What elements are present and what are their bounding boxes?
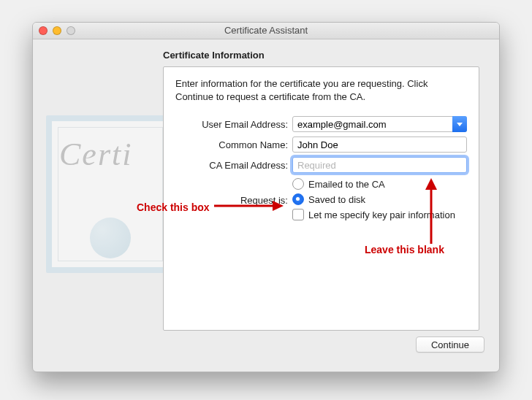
minimize-icon[interactable] [53,26,61,35]
page-title: Certificate Information [163,50,484,61]
continue-button[interactable]: Continue [416,336,484,353]
certificate-seal-icon [90,218,131,258]
row-common-name: Common Name: [175,136,467,153]
request-is-label: Request is: [175,195,292,206]
option-specify-label: Let me specify key pair information [308,209,455,220]
titlebar: Certificate Assistant [33,23,499,39]
window-title: Certificate Assistant [224,25,308,36]
option-emailed-to-ca[interactable]: Emailed to the CA [292,177,467,191]
checkbox-icon[interactable] [292,209,304,220]
info-panel: Enter information for the certificate yo… [163,66,479,331]
user-email-combobox[interactable] [292,116,467,132]
button-row: Continue [163,336,484,353]
certificate-assistant-window: Certificate Assistant Certi Certificate … [32,22,500,372]
traffic-lights [39,26,75,35]
main-panel: Certificate Information Enter informatio… [163,47,484,353]
common-name-input[interactable] [292,136,467,153]
intro-text: Enter information for the certificate yo… [175,77,467,103]
option-emailed-label: Emailed to the CA [308,179,385,190]
close-icon[interactable] [39,26,48,35]
radio-icon[interactable] [292,193,304,205]
request-is-options: Emailed to the CA Saved to disk Let me s… [292,177,467,223]
ca-email-label: CA Email Address: [175,160,292,171]
ca-email-input[interactable] [292,157,467,173]
chevron-down-icon[interactable] [452,116,467,132]
certificate-script-text: Certi [59,136,132,173]
option-saved-to-disk[interactable]: Saved to disk [292,193,467,206]
radio-icon[interactable] [292,178,304,190]
option-specify-key-pair[interactable]: Let me specify key pair information [292,208,467,221]
option-saved-label: Saved to disk [308,194,365,205]
content-area: Certi Certificate Information Enter info… [33,39,499,372]
user-email-input[interactable] [292,116,467,132]
certificate-illustration: Certi [46,115,175,273]
row-ca-email: CA Email Address: [175,157,467,173]
user-email-label: User Email Address: [175,119,292,130]
row-request-is: Request is: Emailed to the CA Saved to d… [175,177,467,223]
row-user-email: User Email Address: [175,116,467,132]
maximize-icon [66,26,75,35]
common-name-label: Common Name: [175,139,292,150]
